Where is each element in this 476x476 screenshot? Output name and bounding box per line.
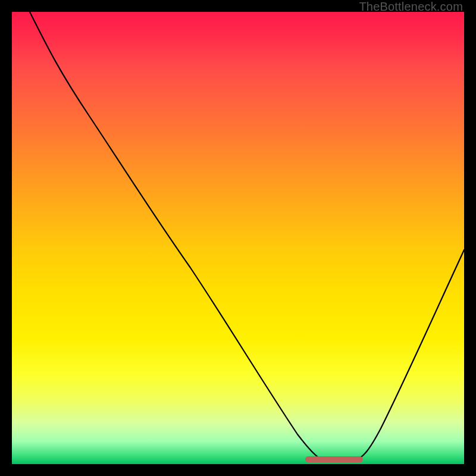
curve-layer: [12, 12, 464, 464]
watermark-text: TheBottleneck.com: [359, 0, 463, 14]
plot-area: [12, 12, 464, 464]
bottleneck-curve: [30, 12, 464, 459]
chart-container: TheBottleneck.com: [0, 0, 476, 476]
